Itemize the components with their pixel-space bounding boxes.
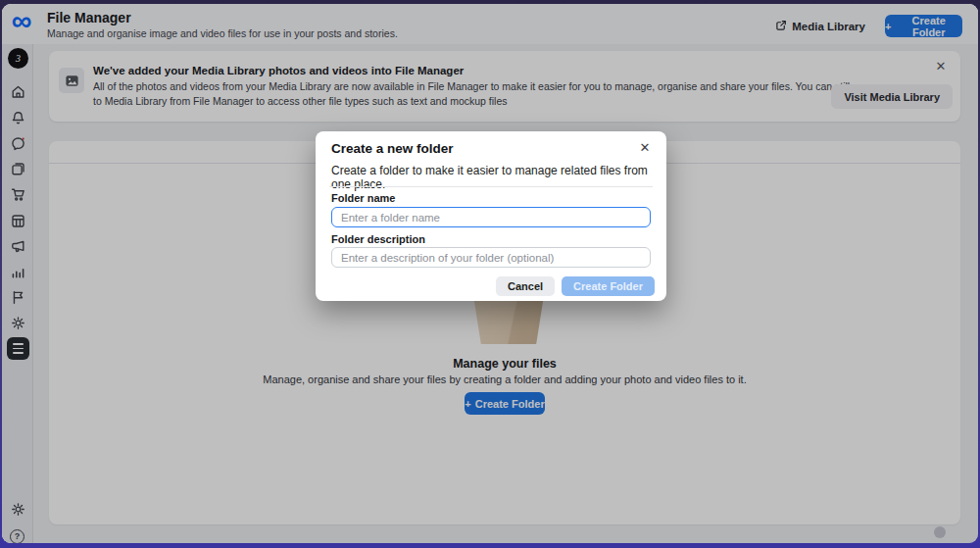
app-window: ∞ File Manager Manage and organise image… — [2, 4, 978, 543]
folder-description-input[interactable] — [331, 247, 651, 268]
modal-divider — [329, 186, 653, 187]
modal-footer: Cancel Create Folder — [496, 276, 655, 296]
create-folder-modal: Create a new folder ✕ Create a folder to… — [316, 131, 666, 301]
create-folder-submit-button[interactable]: Create Folder — [562, 276, 655, 296]
folder-description-label: Folder description — [331, 233, 425, 245]
folder-name-input[interactable] — [331, 207, 651, 227]
cursor-artifact — [934, 526, 946, 538]
folder-name-label: Folder name — [331, 192, 395, 204]
modal-close-icon[interactable]: ✕ — [635, 138, 655, 158]
cancel-button[interactable]: Cancel — [496, 276, 555, 296]
modal-title: Create a new folder — [331, 141, 454, 156]
